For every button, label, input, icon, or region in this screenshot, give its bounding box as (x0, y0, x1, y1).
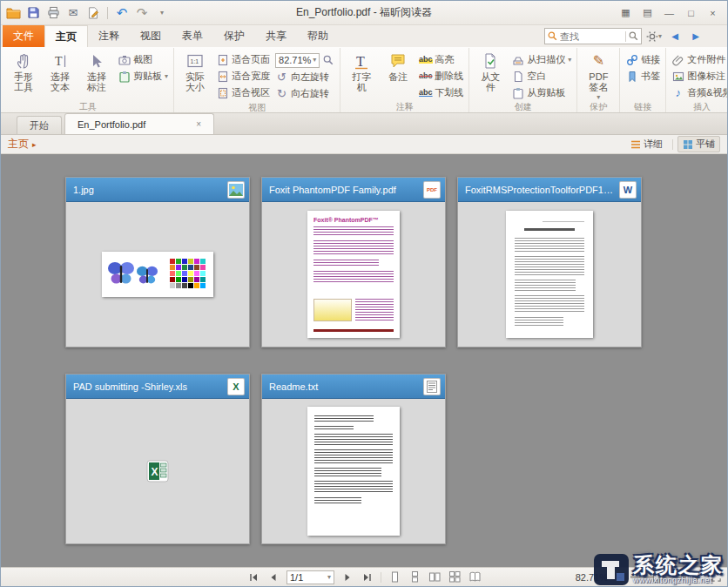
doc-tab-portfolio[interactable]: En_Portfolio.pdf × (64, 113, 214, 134)
underline-button[interactable]: abc 下划线 (416, 84, 466, 101)
skin-switch-button[interactable]: ▤ (637, 4, 658, 21)
doc-tab-start[interactable]: 开始 (17, 116, 62, 134)
facing-view-button[interactable] (428, 570, 442, 584)
hand-tool-button[interactable]: 手形工具 (5, 48, 42, 92)
undo-button[interactable]: ↶ (113, 4, 131, 22)
bookmark-button[interactable]: 书签 (623, 68, 663, 84)
clipboard-button[interactable]: 剪贴板 ▾ (115, 68, 171, 84)
rotate-right-button[interactable]: ↻ 向右旋转 (273, 85, 337, 102)
snapshot-button[interactable]: 截图 (115, 51, 171, 68)
zoom-out-button[interactable]: − (612, 570, 626, 584)
find-options-button[interactable] (629, 31, 638, 41)
tab-protect[interactable]: 保护 (213, 25, 255, 47)
tab-home[interactable]: 主页 (44, 25, 88, 47)
title-bar: ✉ ↶ ↷ ▾ En_Portfolio.pdf - 福昕阅读器 ▦ ▤ — □… (1, 1, 727, 25)
create-from-clipboard-button[interactable]: 从剪贴板 (509, 84, 574, 101)
single-page-view-button[interactable] (388, 570, 401, 584)
card-header: FoxitRMSProtectionToolforPDF1.0_read W (458, 178, 641, 202)
image-annotation-button[interactable]: 图像标注 (669, 68, 728, 84)
svg-text:T: T (356, 54, 365, 69)
fullscreen-button[interactable] (709, 570, 723, 584)
group-label-link: 链接 (623, 101, 663, 112)
portfolio-card-word[interactable]: FoxitRMSProtectionToolforPDF1.0_read W (457, 177, 642, 347)
link-button[interactable]: 链接 (623, 51, 663, 68)
note-button[interactable]: 备注 (380, 48, 416, 82)
actual-size-button[interactable]: 1:1 实际大小 (177, 48, 213, 92)
next-page-button[interactable] (340, 570, 354, 584)
zoom-combobox[interactable]: 82.71% ▾ (275, 53, 320, 68)
select-text-button[interactable]: T 选择文本 (42, 48, 78, 92)
layout-rows-icon: ▤ (643, 7, 651, 18)
tab-form[interactable]: 表单 (172, 25, 213, 47)
settings-button[interactable]: ▾ (645, 28, 663, 45)
tab-share[interactable]: 共享 (255, 25, 297, 47)
file-attachment-button[interactable]: 文件附件 (669, 51, 728, 68)
first-page-button[interactable] (246, 570, 260, 584)
fit-visible-button[interactable]: 适合视区 (213, 84, 273, 101)
portfolio-canvas: 1.jpg (1, 154, 727, 567)
portfolio-card-jpg[interactable]: 1.jpg (65, 177, 250, 347)
next-view-button[interactable]: ▶ (687, 28, 704, 45)
continuous-facing-view-button[interactable] (448, 570, 462, 584)
typewriter-icon: T (353, 51, 370, 70)
find-box (544, 28, 642, 44)
zoom-slider[interactable] (630, 572, 686, 583)
qat-customize-button[interactable]: ▾ (153, 4, 171, 22)
card-title: Readme.txt (269, 381, 418, 392)
fit-width-button[interactable]: 适合宽度 (213, 68, 273, 84)
breadcrumb-home[interactable]: 主页 (8, 137, 29, 152)
select-annotation-button[interactable]: 选择标注 (78, 48, 115, 92)
redo-button[interactable]: ↷ (133, 4, 151, 22)
tab-view[interactable]: 视图 (130, 25, 172, 47)
create-blank-button[interactable]: 空白 (509, 68, 574, 84)
create-from-scanner-button[interactable]: 从扫描仪 ▾ (509, 51, 574, 68)
portfolio-card-excel[interactable]: PAD submitting -Shirley.xls X X (65, 374, 250, 544)
previous-view-button[interactable]: ◀ (666, 28, 684, 45)
toolbar-separator (107, 7, 108, 19)
tab-comment[interactable]: 注释 (88, 25, 130, 47)
save-button[interactable] (24, 4, 42, 22)
magnifier-button[interactable] (320, 51, 337, 69)
continuous-view-button[interactable] (408, 570, 421, 584)
card-header: Foxit PhantomPDF Family.pdf PDF (262, 178, 445, 202)
breadcrumb[interactable]: 主页 ▸ (8, 137, 37, 152)
underline-icon: abc (419, 86, 432, 99)
create-from-file-button[interactable]: 从文件 (472, 48, 509, 92)
zoom-controls: 82.71% − + (576, 570, 723, 584)
view-mode-tile-button[interactable]: 平铺 (677, 136, 720, 152)
portfolio-card-txt[interactable]: Readme.txt (261, 374, 446, 544)
tab-help[interactable]: 帮助 (297, 25, 339, 47)
view-mode-divider (672, 139, 673, 150)
tab-close-icon[interactable]: × (196, 119, 201, 129)
highlight-button[interactable]: abc 高亮 (416, 51, 466, 68)
open-file-button[interactable] (4, 4, 22, 22)
last-page-button[interactable] (361, 570, 374, 584)
zoom-in-button[interactable]: + (691, 570, 704, 584)
maximize-button[interactable]: □ (680, 4, 702, 21)
close-button[interactable]: × (702, 4, 724, 21)
previous-page-button[interactable] (266, 570, 280, 584)
minimize-button[interactable]: — (658, 4, 680, 21)
maximize-icon: □ (688, 8, 694, 18)
typewriter-button[interactable]: T 打字机 (343, 48, 380, 92)
card-header: 1.jpg (66, 178, 249, 202)
tab-file[interactable]: 文件 (3, 25, 44, 47)
portfolio-card-pdf[interactable]: Foxit PhantomPDF Family.pdf PDF Foxit® P… (261, 177, 446, 347)
strikeout-button[interactable]: abc 删除线 (416, 68, 466, 84)
page-number-input[interactable] (290, 572, 325, 583)
find-input[interactable] (560, 31, 623, 42)
view-mode-detail-button[interactable]: 详细 (625, 136, 668, 152)
zoom-slider-thumb[interactable] (653, 572, 659, 583)
fit-page-button[interactable]: 适合页面 (213, 51, 273, 68)
workspace-layout-button[interactable]: ▦ (615, 4, 637, 21)
export-button[interactable] (84, 4, 102, 22)
email-button[interactable]: ✉ (64, 4, 82, 22)
card-title: FoxitRMSProtectionToolforPDF1.0_read (465, 185, 614, 195)
audio-video-button[interactable]: ♪ 音频&视频 (669, 84, 728, 101)
group-label-create: 创建 (472, 101, 574, 112)
book-view-button[interactable] (468, 570, 482, 584)
pdf-sign-button[interactable]: ✎ PDF签名 ▾ (580, 48, 617, 101)
find-divider (625, 31, 626, 42)
rotate-left-button[interactable]: ↺ 向左旋转 (273, 69, 337, 85)
print-button[interactable] (44, 4, 62, 22)
